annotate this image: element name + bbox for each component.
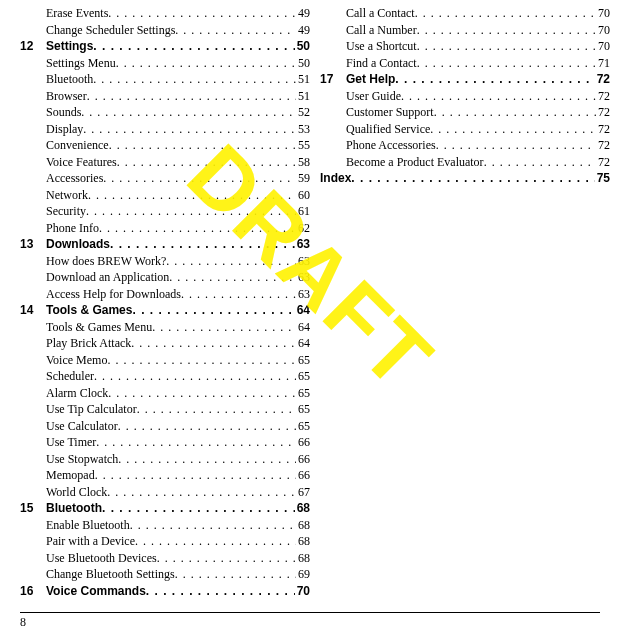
toc-sub-title: Sounds	[46, 104, 81, 121]
toc-sub-page: 64	[296, 319, 310, 336]
toc-sub-title: Call a Number	[346, 22, 417, 39]
toc-sub-row: Find a Contact71	[320, 55, 610, 72]
toc-leader	[166, 253, 296, 270]
toc-sub-page: 72	[596, 104, 610, 121]
toc-sub-title: Call a Contact	[346, 5, 415, 22]
index-title: Index	[320, 170, 351, 187]
toc-sub-title: Use Tip Calculator	[46, 401, 137, 418]
toc-sub-page: 69	[296, 566, 310, 583]
toc-leader	[93, 38, 294, 55]
toc-sub-page: 59	[296, 170, 310, 187]
toc-sub-title: Scheduler	[46, 368, 94, 385]
toc-leader	[107, 484, 296, 501]
toc-sub-page: 49	[296, 22, 310, 39]
toc-sub-page: 58	[296, 154, 310, 171]
toc-sub-row: Use Stopwatch66	[20, 451, 310, 468]
toc-sub-page: 63	[296, 286, 310, 303]
toc-leader	[99, 220, 296, 237]
toc-sub-title: Download an Application	[46, 269, 169, 286]
toc-sub-row: Memopad66	[20, 467, 310, 484]
toc-leader	[108, 385, 296, 402]
toc-sub-row: Call a Contact70	[320, 5, 610, 22]
toc-sub-page: 63	[296, 269, 310, 286]
chapter-title: Get Help	[346, 71, 395, 88]
toc-leader	[116, 55, 296, 72]
toc-sub-page: 55	[296, 137, 310, 154]
toc-sub-page: 68	[296, 550, 310, 567]
chapter-page: 68	[295, 500, 310, 517]
toc-sub-row: Access Help for Downloads63	[20, 286, 310, 303]
toc-sub-title: Enable Bluetooth	[46, 517, 130, 534]
toc-sub-page: 68	[296, 517, 310, 534]
toc-sub-title: Access Help for Downloads	[46, 286, 181, 303]
toc-sub-row: Call a Number70	[320, 22, 610, 39]
toc-leader	[434, 104, 596, 121]
toc-sub-row: Security61	[20, 203, 310, 220]
toc-leader	[175, 566, 296, 583]
toc-sub-title: Bluetooth	[46, 71, 93, 88]
toc-sub-title: Use a Shortcut	[346, 38, 417, 55]
toc-sub-title: Change Bluetooth Settings	[46, 566, 175, 583]
toc-sub-title: Find a Contact	[346, 55, 417, 72]
chapter-page: 63	[295, 236, 310, 253]
toc-sub-row: Browser51	[20, 88, 310, 105]
chapter-page: 70	[295, 583, 310, 600]
toc-sub-page: 51	[296, 71, 310, 88]
toc-leader	[109, 137, 296, 154]
toc-leader	[157, 550, 296, 567]
toc-sub-page: 72	[596, 154, 610, 171]
toc-sub-row: How does BREW Work?63	[20, 253, 310, 270]
toc-leader	[110, 236, 295, 253]
toc-sub-title: Qualified Service	[346, 121, 430, 138]
chapter-title: Settings	[46, 38, 93, 55]
toc-leader	[436, 137, 596, 154]
toc-leader	[417, 22, 596, 39]
toc-leader	[395, 71, 594, 88]
toc-sub-title: Customer Support	[346, 104, 434, 121]
toc-sub-title: Voice Features	[46, 154, 117, 171]
toc-leader	[86, 203, 296, 220]
toc-leader	[117, 154, 296, 171]
toc-sub-row: Voice Features58	[20, 154, 310, 171]
toc-sub-row: Use Tip Calculator65	[20, 401, 310, 418]
toc-sub-page: 50	[296, 55, 310, 72]
toc-sub-page: 65	[296, 352, 310, 369]
toc-sub-title: World Clock	[46, 484, 107, 501]
toc-column-left: Erase Events49Change Scheduler Settings4…	[20, 5, 310, 599]
toc-sub-row: Change Scheduler Settings49	[20, 22, 310, 39]
toc-chapter-row: 15Bluetooth68	[20, 500, 310, 517]
toc-sub-title: Browser	[46, 88, 87, 105]
toc-sub-page: 66	[296, 467, 310, 484]
toc-sub-title: Phone Accessories	[346, 137, 436, 154]
toc-sub-page: 70	[596, 5, 610, 22]
toc-sub-row: Use Calculator65	[20, 418, 310, 435]
toc-sub-row: Voice Memo65	[20, 352, 310, 369]
toc-sub-page: 72	[596, 121, 610, 138]
toc-leader	[108, 5, 296, 22]
toc-sub-page: 66	[296, 434, 310, 451]
toc-sub-row: Enable Bluetooth68	[20, 517, 310, 534]
toc-sub-row: Sounds52	[20, 104, 310, 121]
toc-sub-title: Use Stopwatch	[46, 451, 118, 468]
toc-sub-page: 61	[296, 203, 310, 220]
toc-leader	[417, 38, 596, 55]
toc-sub-title: Tools & Games Menu	[46, 319, 152, 336]
toc-sub-title: Use Timer	[46, 434, 96, 451]
toc-leader	[103, 170, 296, 187]
toc-leader	[169, 269, 296, 286]
toc-sub-row: User Guide72	[320, 88, 610, 105]
toc-leader	[132, 302, 294, 319]
toc-sub-page: 67	[296, 484, 310, 501]
toc-sub-row: Tools & Games Menu64	[20, 319, 310, 336]
toc-sub-row: Bluetooth51	[20, 71, 310, 88]
chapter-page: 50	[295, 38, 310, 55]
chapter-number: 14	[20, 302, 46, 319]
toc-sub-title: Accessories	[46, 170, 103, 187]
toc-leader	[83, 121, 296, 138]
toc-leader	[351, 170, 594, 187]
toc-sub-page: 71	[596, 55, 610, 72]
toc-sub-row: Settings Menu50	[20, 55, 310, 72]
toc-sub-row: Use Timer66	[20, 434, 310, 451]
toc-sub-page: 68	[296, 533, 310, 550]
toc-chapter-row: 17Get Help72	[320, 71, 610, 88]
